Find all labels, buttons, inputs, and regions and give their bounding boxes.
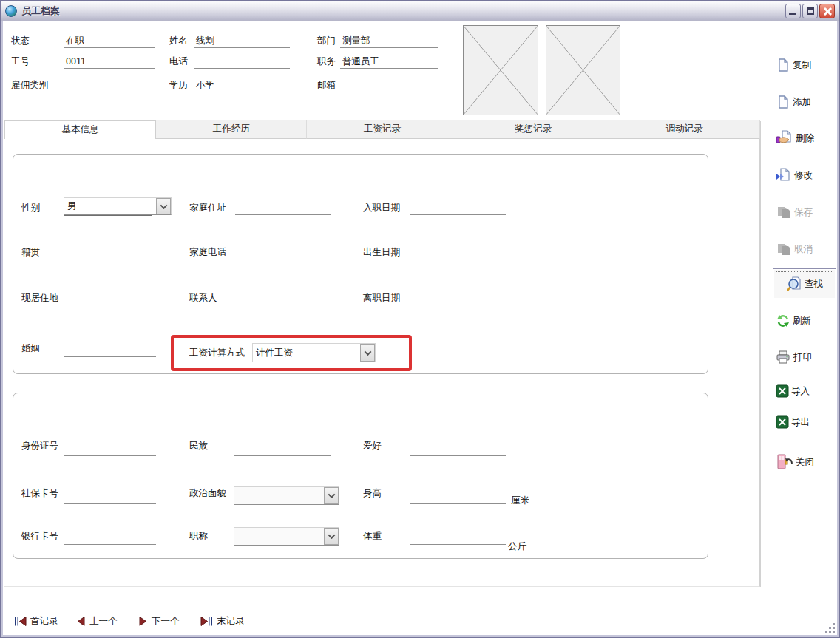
import-button[interactable]: 导入 [776, 384, 810, 398]
modify-button-label: 修改 [794, 169, 813, 182]
hobby-field[interactable] [410, 443, 506, 456]
refresh-button-label: 刷新 [793, 315, 811, 328]
photo-placeholder[interactable] [546, 25, 620, 115]
salary-method-combobox[interactable]: 计件工资 [252, 343, 376, 362]
close-form-button[interactable]: 关闭 [776, 454, 814, 470]
save-pages-icon [776, 205, 792, 220]
email-field[interactable] [340, 79, 438, 92]
social-security-field[interactable] [64, 491, 156, 504]
phone-field[interactable] [194, 55, 290, 69]
birth-date-field[interactable] [410, 246, 506, 259]
position-field[interactable]: 普通员工 [340, 55, 438, 69]
field-label-bank-card: 银行卡号 [21, 530, 58, 543]
employee-id-field[interactable]: 0011 [64, 55, 155, 69]
employee-archive-window: 员工档案 状态 在职 工号 0011 雇佣类别 姓名 线割 电话 学历 小学 部… [0, 0, 840, 638]
field-label-employee-id: 工号 [11, 55, 30, 68]
delete-button-label: 删除 [796, 132, 814, 145]
previous-record-icon [76, 617, 86, 626]
field-label-job-title: 职称 [189, 530, 208, 543]
next-record-label: 下一个 [152, 615, 180, 628]
field-label-height: 身高 [363, 487, 382, 500]
tab-work-history[interactable]: 工作经历 [156, 120, 307, 139]
refresh-green-arrows-icon [776, 313, 790, 328]
native-place-field[interactable] [64, 246, 156, 259]
field-label-department: 部门 [317, 35, 336, 47]
first-record-label: 首记录 [30, 615, 58, 628]
excel-import-icon [776, 384, 789, 398]
tab-basic-info[interactable]: 基本信息 [4, 120, 156, 139]
add-button[interactable]: 添加 [776, 95, 811, 109]
dropdown-button[interactable] [324, 487, 339, 504]
department-field[interactable]: 测量部 [340, 35, 438, 48]
field-label-position: 职务 [317, 55, 336, 68]
field-label-gender: 性别 [21, 202, 40, 214]
close-icon [820, 4, 834, 18]
first-record-button[interactable]: 首记录 [14, 615, 58, 628]
globe-app-icon [5, 5, 17, 17]
contact-person-field[interactable] [235, 292, 331, 305]
field-label-status: 状态 [11, 35, 30, 47]
leave-date-field[interactable] [410, 292, 506, 305]
title-bar: 员工档案 [1, 1, 839, 21]
field-label-email: 邮箱 [317, 79, 336, 92]
print-button[interactable]: 打印 [776, 350, 812, 364]
find-magnifier-icon [786, 276, 802, 292]
field-label-weight: 体重 [363, 530, 382, 543]
education-field[interactable]: 小学 [194, 79, 290, 92]
dropdown-button[interactable] [324, 528, 339, 545]
export-button[interactable]: 导出 [776, 415, 810, 429]
field-label-employment-type: 雇佣类别 [11, 79, 48, 92]
last-record-icon [200, 617, 213, 626]
content-sidebar-divider [760, 121, 761, 587]
maximize-icon [807, 7, 814, 15]
tab-salary-records[interactable]: 工资记录 [307, 120, 458, 139]
find-button-focus-rect: 查找 [776, 271, 833, 296]
chevron-down-icon [328, 532, 335, 539]
home-phone-field[interactable] [235, 246, 331, 259]
hire-date-field[interactable] [410, 202, 506, 215]
status-field[interactable]: 在职 [64, 35, 155, 48]
field-label-education: 学历 [169, 79, 188, 92]
copy-button[interactable]: 复制 [776, 58, 811, 72]
next-record-button[interactable]: 下一个 [138, 615, 180, 628]
id-number-field[interactable] [64, 443, 156, 456]
modify-button[interactable]: 修改 [776, 168, 813, 183]
maximize-button[interactable] [802, 4, 818, 18]
current-residence-field[interactable] [64, 292, 156, 305]
weight-unit-label: 公斤 [508, 540, 526, 553]
photo-x-icon [464, 26, 538, 115]
tab-reward-punishment[interactable]: 奖惩记录 [458, 120, 609, 139]
political-status-combobox[interactable] [234, 486, 339, 505]
add-button-label: 添加 [793, 96, 811, 109]
find-button[interactable]: 查找 [773, 268, 836, 299]
chevron-down-icon [364, 348, 371, 356]
last-record-button[interactable]: 末记录 [200, 615, 245, 628]
ethnicity-field[interactable] [234, 443, 331, 456]
chevron-down-icon [160, 202, 167, 209]
refresh-button[interactable]: 刷新 [776, 313, 811, 328]
add-page-icon [776, 95, 790, 109]
cancel-button: 取消 [776, 242, 813, 257]
previous-record-button[interactable]: 上一个 [76, 615, 118, 628]
weight-field[interactable] [410, 532, 506, 545]
home-address-field[interactable] [235, 202, 331, 215]
tab-transfer-records[interactable]: 调动记录 [609, 120, 760, 139]
marriage-field[interactable] [64, 344, 156, 357]
delete-button[interactable]: 删除 [776, 130, 814, 146]
next-record-icon [138, 617, 148, 626]
employment-type-field[interactable] [48, 79, 143, 92]
minimize-button[interactable] [785, 4, 801, 18]
resize-grip[interactable] [824, 622, 835, 633]
height-field[interactable] [410, 491, 506, 504]
name-field[interactable]: 线割 [194, 35, 290, 48]
dropdown-button[interactable] [360, 344, 375, 362]
job-title-combobox[interactable] [234, 527, 339, 546]
photo-placeholder[interactable] [463, 25, 538, 115]
close-button[interactable] [819, 4, 835, 18]
bank-card-field[interactable] [64, 532, 156, 545]
dropdown-button[interactable] [156, 198, 171, 214]
minimize-icon [789, 13, 796, 15]
gender-underline [64, 203, 152, 216]
field-label-contact-person: 联系人 [189, 292, 217, 305]
field-label-name: 姓名 [169, 35, 188, 47]
